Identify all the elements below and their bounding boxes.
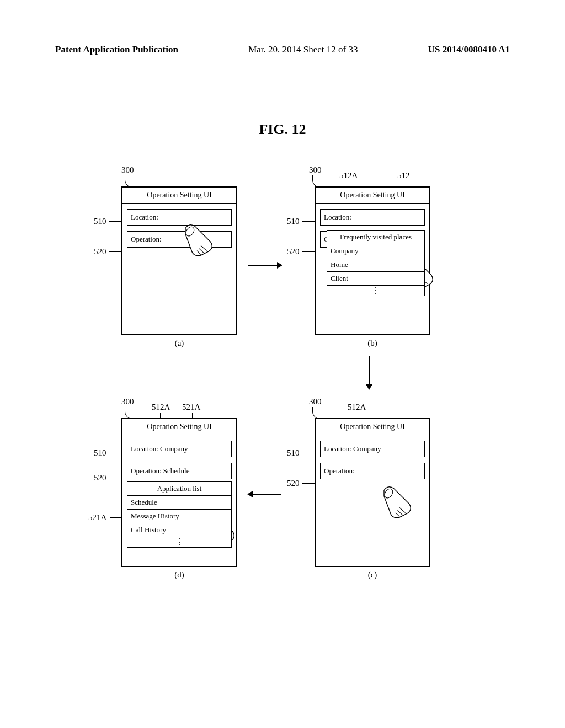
lead-300 [125,407,132,419]
dropdown-header: Application list [127,482,231,496]
publication-type: Patent Application Publication [55,44,178,55]
page-title: Operation Setting UI [122,188,236,204]
list-item[interactable]: Message History [127,510,231,523]
publication-number: US 2014/0080410 A1 [428,44,510,55]
panel-b: 300 512A 512 510 520 Operation Setting U… [287,165,430,348]
list-item[interactable]: Company [327,244,424,258]
list-item[interactable]: Schedule [127,496,231,510]
ref-510: 510 [94,448,106,458]
caption-a: (a) [121,339,237,348]
location-field[interactable]: Location: Company [127,441,232,457]
ref-520: 520 [94,473,106,483]
caption-d: (d) [121,570,237,580]
device-frame-a: Operation Setting UI Location: Operation… [121,186,237,335]
sheet-info: Mar. 20, 2014 Sheet 12 of 33 [248,44,358,55]
ref-520: 520 [287,479,300,488]
ref-512A: 512A [348,403,366,412]
operation-field[interactable]: Operation: [320,463,425,479]
panel-d: 300 512A 521A 510 520 521A Operation Set… [94,397,237,580]
ref-300: 300 [121,165,134,175]
lead-300 [125,175,132,188]
ref-512A: 512A [339,171,358,180]
ref-300: 300 [309,397,322,406]
dropdown-header: Frequently visited places [327,231,424,244]
page-header: Patent Application Publication Mar. 20, … [0,44,565,55]
operation-field[interactable]: Operation: [127,231,232,248]
ref-510: 510 [287,217,300,226]
location-field[interactable]: Location: [127,209,232,226]
ref-510: 510 [287,448,300,458]
page-title: Operation Setting UI [316,419,429,435]
apps-dropdown: Application list Schedule Message Histor… [127,481,232,548]
lead-300 [312,407,320,419]
more-indicator: ⋮ [327,286,424,296]
caption-b: (b) [315,339,430,348]
flow-arrow-c-to-d [248,494,281,495]
location-field[interactable]: Location: Company [320,441,425,457]
panel-a: 300 510 520 Operation Setting UI Locatio… [94,165,237,348]
ref-521A: 521A [182,403,200,412]
ref-520: 520 [94,247,106,256]
ref-512A: 512A [152,403,170,412]
device-frame-c: Operation Setting UI Location: Company O… [315,418,430,567]
svg-point-2 [383,488,395,500]
figure-number: FIG. 12 [0,121,565,138]
list-item[interactable]: Home [327,258,424,272]
caption-c: (c) [315,570,430,580]
flow-arrow-b-to-c [369,356,370,389]
ref-510: 510 [94,217,106,226]
ref-521A: 521A [88,513,106,522]
location-field[interactable]: Location: [320,209,425,226]
operation-field[interactable]: Operation: Schedule [127,463,232,479]
finger-pointer-icon [376,483,415,521]
more-indicator: ⋮ [127,537,231,547]
flow-arrow-a-to-b [248,265,281,266]
page-title: Operation Setting UI [122,419,236,435]
places-dropdown: Frequently visited places Company Home C… [327,230,425,296]
device-frame-b: Operation Setting UI Location: Op Freque… [315,186,430,335]
page-title: Operation Setting UI [316,188,429,204]
panel-c: 300 512A 510 520 Operation Setting UI Lo… [287,397,430,580]
ref-300: 300 [309,165,322,175]
device-frame-d: Operation Setting UI Location: Company O… [121,418,237,567]
ref-520: 520 [287,247,300,256]
list-item[interactable]: Client [327,272,424,286]
lead-300 [312,175,320,188]
ref-300: 300 [121,397,134,406]
ref-512: 512 [397,171,410,180]
list-item[interactable]: Call History [127,523,231,537]
